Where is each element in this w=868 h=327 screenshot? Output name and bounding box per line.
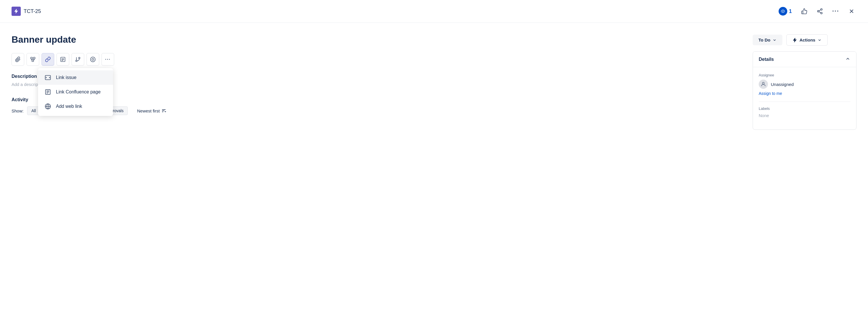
assignee-row: Assignee Unassigned Assign to me <box>759 73 850 96</box>
watch-count: 1 <box>789 8 792 14</box>
more-toolbar-button[interactable]: ··· <box>101 53 114 66</box>
assignee-value: Unassigned <box>759 80 850 89</box>
svg-point-20 <box>79 57 80 59</box>
close-button[interactable] <box>847 6 857 16</box>
watch-button[interactable]: 1 <box>777 5 794 17</box>
todo-label: To Do <box>758 37 770 42</box>
link-issue-item[interactable]: Link issue <box>38 70 113 85</box>
sort-button[interactable]: Newest first <box>137 109 166 113</box>
assignee-avatar <box>759 80 768 89</box>
description-placeholder[interactable]: Add a description... <box>11 82 741 87</box>
link-issue-label: Link issue <box>56 75 76 80</box>
svg-line-5 <box>819 10 821 11</box>
assignee-label: Assignee <box>759 73 850 77</box>
web-icon <box>44 103 52 110</box>
svg-rect-10 <box>32 60 34 62</box>
details-panel: Details Assignee <box>753 51 857 130</box>
details-title: Details <box>759 57 774 62</box>
eye-icon <box>779 7 787 16</box>
actions-label: Actions <box>799 37 815 42</box>
add-web-link-label: Add web link <box>56 104 82 109</box>
checklist-button[interactable] <box>57 53 69 66</box>
issue-title: Banner update <box>11 34 741 45</box>
labels-row: Labels None <box>759 107 850 118</box>
svg-point-21 <box>76 60 77 62</box>
svg-point-23 <box>92 59 94 61</box>
header: TCT-25 1 <box>0 0 868 23</box>
link-dropdown-menu: Link issue Link Confluence page <box>38 68 113 116</box>
branch-button[interactable] <box>71 53 84 66</box>
ellipsis-icon: ··· <box>105 57 111 62</box>
svg-rect-8 <box>31 57 33 59</box>
description-label: Description <box>11 74 741 79</box>
link-confluence-item[interactable]: Link Confluence page <box>38 85 113 99</box>
child-issue-button[interactable] <box>27 53 39 66</box>
status-bar: To Do Actions <box>753 34 857 46</box>
issue-type-icon <box>11 7 21 16</box>
description-section: Description Add a description... <box>11 74 741 87</box>
show-label: Show: <box>11 109 24 113</box>
labels-value: None <box>759 113 850 118</box>
svg-point-1 <box>820 9 822 10</box>
add-web-link-item[interactable]: Add web link <box>38 99 113 114</box>
sprint-button[interactable] <box>87 53 99 66</box>
left-panel: Banner update <box>11 34 741 130</box>
link-button[interactable] <box>41 53 54 66</box>
header-actions: 1 ··· <box>777 5 857 17</box>
details-body: Assignee Unassigned Assign to me <box>753 67 856 129</box>
activity-filters: Show: All Comments History Approvals New… <box>11 107 741 115</box>
sort-label: Newest first <box>137 109 159 113</box>
link-issue-icon <box>44 75 52 81</box>
labels-label: Labels <box>759 107 850 111</box>
issue-id: TCT-25 <box>24 8 41 14</box>
like-button[interactable] <box>799 6 809 16</box>
toolbar: ··· Link issue <box>11 53 741 66</box>
activity-section: Activity Show: All Comments History Appr… <box>11 97 741 115</box>
link-confluence-label: Link Confluence page <box>56 89 101 95</box>
assign-to-me-link[interactable]: Assign to me <box>759 91 850 96</box>
svg-point-34 <box>763 82 765 84</box>
share-button[interactable] <box>815 6 825 16</box>
header-left: TCT-25 <box>11 7 41 16</box>
attach-button[interactable] <box>11 53 24 66</box>
main-content: Banner update <box>0 23 868 141</box>
svg-point-3 <box>820 12 822 14</box>
details-collapse-button[interactable] <box>845 56 850 62</box>
more-icon: ··· <box>832 7 839 15</box>
confluence-icon <box>44 89 52 95</box>
actions-button[interactable]: Actions <box>786 34 828 46</box>
assignee-name: Unassigned <box>771 82 794 87</box>
activity-label: Activity <box>11 97 741 102</box>
details-header: Details <box>753 52 856 67</box>
svg-rect-9 <box>33 57 35 59</box>
svg-line-4 <box>819 11 821 13</box>
svg-point-22 <box>91 57 95 62</box>
svg-point-2 <box>817 10 819 12</box>
right-panel: To Do Actions Details <box>753 34 857 130</box>
divider-1 <box>759 101 850 102</box>
todo-status-button[interactable]: To Do <box>753 35 782 45</box>
more-options-button[interactable]: ··· <box>831 6 841 17</box>
svg-point-0 <box>782 11 783 12</box>
